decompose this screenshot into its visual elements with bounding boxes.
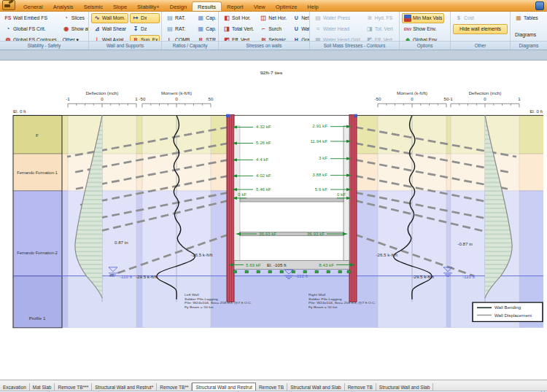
show-all-icon: ◉	[63, 26, 70, 33]
wall-info-line: Soldier Pile-Lagging	[309, 297, 342, 301]
menu-tab-slope[interactable]: Slope	[108, 2, 132, 11]
hide-wall-elements-button[interactable]: Hide wall elements	[453, 24, 508, 34]
cost-button[interactable]: $Cost	[453, 13, 508, 23]
menu-tab-design[interactable]: Design	[165, 2, 192, 11]
global-fs-contours-button[interactable]: ◍Global FS Contours	[2, 35, 59, 42]
stage-tab-struct-restrut1[interactable]: Structural Wall and Restrut*	[92, 383, 157, 391]
show-all-button[interactable]: ◉Show all	[61, 24, 89, 34]
profile-column[interactable]: F Fernando Formation-1 Fernando Formatio…	[13, 115, 62, 327]
water-button[interactable]: UWater	[290, 24, 310, 34]
tot-vert-contour-button[interactable]: ◨Tot. Vert	[364, 24, 395, 34]
soil-hor-button[interactable]: ◧Soil Hor.	[221, 13, 256, 23]
right-moment-value-2: -29.5 k-ft/ft	[412, 275, 434, 278]
surch-button[interactable]: ⌐Surch	[257, 24, 289, 34]
diagrams-button[interactable]: Diagrams	[513, 29, 540, 39]
strut-upper[interactable]	[240, 198, 344, 202]
ribbon-group-diagrams: ▦Tables Diagrams	[511, 12, 547, 41]
dz-button[interactable]: ↧Dz	[130, 24, 160, 34]
grad-button[interactable]: HGrad.	[290, 35, 310, 42]
menu-tab-analysis[interactable]: Analysis	[48, 2, 79, 11]
min-max-vals-button[interactable]: Min Max Vals	[402, 13, 444, 23]
support-fx-icon: R	[132, 36, 139, 42]
tick-label: 0	[175, 97, 177, 101]
tick-label: -1	[66, 97, 70, 101]
net-button[interactable]: UNet	[290, 13, 310, 23]
show-env-button[interactable]: ENVShow Env.	[402, 24, 444, 34]
group-label-options: Options	[400, 42, 451, 50]
eff-vert-button[interactable]: ◩Eff. Vert.	[221, 35, 256, 42]
seismic-button[interactable]: ≋Seismic	[257, 35, 289, 42]
water-head-button[interactable]: ≈Water Head	[312, 24, 362, 34]
stage-tab-remove-tb3[interactable]: Remove TB***	[55, 383, 92, 391]
effective-vertical-icon: ◩	[223, 36, 230, 42]
group-label-wall-supports: Wall and Supports	[89, 42, 162, 50]
stage-tab-struct-slab-b[interactable]: Structural Wall and Slab	[376, 383, 434, 391]
stage-tab-struct-slab[interactable]: Structural Wall and Slab	[287, 383, 345, 391]
left-moment-value-1: -26.5 k-ft/ft	[191, 254, 213, 257]
menu-tab-view[interactable]: View	[249, 2, 271, 11]
force-label: 4.02 kF	[256, 174, 271, 178]
wall-embed-fs-button[interactable]: FSWall Embed FS	[2, 13, 59, 23]
menu-tab-report[interactable]: Report	[222, 2, 249, 11]
slab-force-right: 8.43 kF	[319, 263, 334, 267]
left-wall[interactable]	[226, 114, 234, 302]
stage-tab-remove-tb-b[interactable]: Remove TB	[345, 383, 376, 391]
rat-wall-button[interactable]: ▤RAT.	[164, 13, 193, 23]
wall-info-line: Pile: W24x104, Sxx= 258 in3, @7 ft O.C.	[185, 302, 252, 305]
wall-axial-button[interactable]: ⊥Wall Axial	[91, 35, 128, 42]
ruler	[451, 103, 519, 107]
water-press-button[interactable]: ▤Water Press	[312, 13, 362, 23]
wall-shear-button[interactable]: ⊿Wall Shear	[91, 24, 128, 34]
ruler	[68, 103, 136, 107]
tick-label: -1	[449, 97, 453, 101]
menu-tab-optimize[interactable]: Optimize	[271, 2, 303, 11]
slices-button[interactable]: ◔Slices	[61, 13, 89, 23]
menu-tab-general[interactable]: General	[18, 2, 48, 11]
window-button[interactable]	[535, 1, 544, 10]
menu-tab-seismic[interactable]: Seismic	[79, 2, 108, 11]
menu-tab-results[interactable]: Results	[192, 1, 222, 11]
ribbon-group-labels: Stability - Safety Wall and Supports Rat…	[0, 42, 547, 50]
right-wall[interactable]	[349, 114, 357, 302]
force-label: 5.46 kF	[256, 187, 271, 191]
tick-label: 1	[518, 97, 520, 101]
net-hor-button[interactable]: ◫Net Hor.	[257, 13, 289, 23]
drawing-canvas[interactable]: 92ft-7 ties Deflection (inch) -1 0 1 Mom…	[0, 60, 547, 380]
group-label-other: Other	[451, 42, 511, 50]
menu-tab-stability[interactable]: Stability+	[132, 2, 165, 11]
cap-wall-button[interactable]: ▦Cap.	[195, 13, 218, 23]
water-elevation-right: -110 ft	[462, 275, 476, 278]
stage-tab-excavation[interactable]: Excavation	[0, 383, 30, 391]
other-dropdown[interactable]: Other ▾	[61, 35, 89, 42]
rat-support-button[interactable]: ▤RAT.	[164, 24, 193, 34]
hyd-fs-button[interactable]: ≋Hyd. FS	[364, 13, 395, 23]
stage-tab-mat-slab[interactable]: Mat Slab	[30, 383, 55, 391]
stage-tab-bar: Excavation Mat Slab Remove TB*** Structu…	[0, 380, 547, 391]
wall-mom-button[interactable]: ∿Wall Mom.	[91, 13, 128, 23]
sup-fx-button[interactable]: RSup. Fx	[130, 35, 160, 42]
strut-force-left: 36.93 kF	[259, 232, 277, 236]
tables-button[interactable]: ▦Tables	[513, 13, 540, 23]
eff-vert-contour-button[interactable]: ◩Eff. Vert	[364, 35, 395, 42]
dx-button[interactable]: ↦Dx	[130, 13, 160, 23]
menu-tab-help[interactable]: Help	[302, 2, 323, 11]
ribbon-group-options: Min Max Vals ENVShow Env. ◆Global Env.	[400, 12, 451, 41]
global-fs-crit-button[interactable]: ◔Global FS Crit.	[2, 24, 59, 34]
str-button[interactable]: RSTR	[195, 35, 218, 42]
stage-tab-remove-tb2[interactable]: Remove TB**	[157, 383, 192, 391]
global-env-button[interactable]: ◆Global Env.	[402, 35, 444, 42]
ribbon-group-ratios: ▤RAT. ▤RAT. LCOMB. ▦Cap. ▦Cap. RSTR	[162, 12, 219, 41]
water-head-grid-button[interactable]: ▦Water Head Grid	[312, 35, 362, 42]
tick-label: 50	[209, 97, 214, 101]
stage-tab-remove-tb[interactable]: Remove TB	[256, 383, 287, 391]
comb-button[interactable]: LCOMB.	[164, 35, 193, 42]
section-drawing[interactable]: 92ft-7 ties Deflection (inch) -1 0 1 Mom…	[0, 60, 547, 380]
total-vert-button[interactable]: ◨Total Vert.	[221, 24, 256, 34]
wall-top-node	[354, 114, 357, 117]
wall-info-line: Right Wall	[309, 294, 325, 297]
cap-support-button[interactable]: ▦Cap.	[195, 24, 218, 34]
wall-info-line: Fy Beam = 50 ksi	[309, 305, 337, 309]
group-label-ratios: Ratios / Capacity	[162, 42, 219, 50]
global-envelope-icon: ◆	[404, 36, 411, 42]
app-icon[interactable]	[2, 0, 15, 10]
